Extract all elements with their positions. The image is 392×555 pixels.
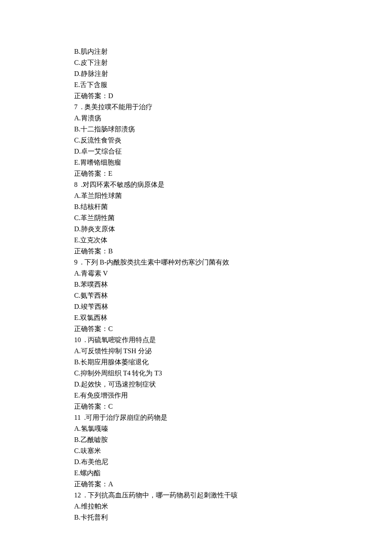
option-text: B.长期应用腺体萎缩退化 xyxy=(74,357,362,368)
option-text: D.静脉注射 xyxy=(74,68,362,79)
option-text: B.十二指肠球部溃疡 xyxy=(74,124,362,135)
option-text: A.氢氯嘎嗪 xyxy=(74,423,362,434)
option-text: A.维拉帕米 xyxy=(74,501,362,512)
option-text: D.竣苄西林 xyxy=(74,301,362,312)
option-text: B.肌内注射 xyxy=(74,46,362,57)
option-text: A.胃溃疡 xyxy=(74,113,362,124)
option-text: B.卡托普利 xyxy=(74,512,362,523)
answer-text: 正确答案：E xyxy=(74,168,362,179)
option-text: B.苯噗西林 xyxy=(74,279,362,290)
question-text: 8 .对四环素不敏感的病原体是 xyxy=(74,179,362,190)
option-text: A.青霉素 V xyxy=(74,268,362,279)
option-text: D.卓一艾综合征 xyxy=(74,146,362,157)
option-text: E.螺内酯 xyxy=(74,468,362,479)
answer-text: 正确答案：C xyxy=(74,323,362,334)
question-text: 7 . 奥美拉噗不能用于治疗 xyxy=(74,102,362,113)
answer-text: 正确答案：B xyxy=(74,246,362,257)
option-text: D.肺炎支原体 xyxy=(74,224,362,235)
question-text: 9 . 下列 B-内酰胺类抗生素中哪种对伤寒沙门菌有效 xyxy=(74,257,362,268)
option-text: B.结核杆菌 xyxy=(74,201,362,212)
answer-text: 正确答案：D xyxy=(74,90,362,102)
option-text: C.氨苄西林 xyxy=(74,290,362,301)
option-text: B.乙酰嘘胺 xyxy=(74,434,362,445)
option-text: A.可反馈性抑制 TSH 分泌 xyxy=(74,346,362,357)
option-text: D.起效快，可迅速控制症状 xyxy=(74,379,362,390)
option-text: C.革兰阴性菌 xyxy=(74,212,362,224)
document-page: B.肌内注射 C.皮下注射 D.静脉注射 E.舌下含服 正确答案：D 7 . 奥… xyxy=(0,0,392,544)
question-text: 12 . 下列抗高血压药物中，哪一药物易引起刺激性干咳 xyxy=(74,490,362,501)
option-text: C.抑制外周组织 T4 转化为 T3 xyxy=(74,368,362,379)
option-text: A.革兰阳性球菌 xyxy=(74,190,362,201)
option-text: E.立克次体 xyxy=(74,235,362,246)
option-text: C.反流性食管炎 xyxy=(74,135,362,146)
answer-text: 正确答案：C xyxy=(74,401,362,412)
option-text: C.皮下注射 xyxy=(74,57,362,68)
option-text: E.有免疫增强作用 xyxy=(74,390,362,401)
option-text: E.舌下含服 xyxy=(74,79,362,90)
option-text: D.布美他尼 xyxy=(74,456,362,468)
option-text: C.呋塞米 xyxy=(74,445,362,456)
option-text: E.胃嗜铬细胞瘤 xyxy=(74,157,362,168)
question-text: 11 .可用于治疗尿崩症的药物是 xyxy=(74,412,362,423)
answer-text: 正确答案：A xyxy=(74,479,362,490)
option-text: E.双氯西林 xyxy=(74,312,362,323)
question-text: 10 . 丙硫氧嘧啶作用特点是 xyxy=(74,334,362,346)
